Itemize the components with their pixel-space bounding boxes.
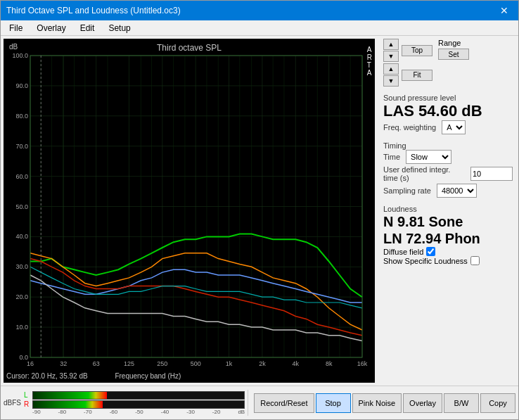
menu-setup[interactable]: Setup: [103, 22, 136, 34]
title-bar: Third Octave SPL and Loudness (Untitled.…: [1, 1, 518, 20]
loudness-section: Loudness N 9.81 Sone LN 72.94 Phon Diffu…: [383, 202, 513, 265]
diffuse-field-row: Diffuse field: [383, 247, 513, 256]
main-window: Third Octave SPL and Loudness (Untitled.…: [0, 0, 519, 420]
spl-value: LAS 54.60 dB: [383, 102, 513, 120]
meter-scale: -90-80-70-60-50-40-30-20dB: [24, 409, 245, 415]
freq-band-label: Frequency band (Hz): [115, 372, 181, 380]
meter-section: L R -90-80-70-60-50-40-30-20dB: [24, 391, 245, 415]
nav-controls: ▲ ▼ Top ▲ ▼ Fit Range: [383, 39, 513, 87]
show-specific-checkbox[interactable]: [470, 256, 480, 265]
loudness-section-label: Loudness: [383, 205, 513, 213]
menu-overlay[interactable]: Overlay: [31, 22, 71, 34]
time-row: Time Slow Fast Impulse: [383, 150, 513, 164]
menu-edit[interactable]: Edit: [75, 22, 101, 34]
dbfs-label: dBFS: [4, 399, 21, 407]
pink-noise-button[interactable]: Pink Noise: [352, 393, 402, 413]
bottom-buttons: Record/Reset Stop Pink Noise Overlay B/W…: [254, 393, 515, 413]
set-button[interactable]: Set: [438, 49, 469, 60]
user-defined-row: User defined integr. time (s): [383, 165, 513, 182]
menu-file[interactable]: File: [4, 22, 28, 34]
top-up-button[interactable]: ▲: [383, 39, 399, 50]
sampling-rate-select[interactable]: 48000 44100: [437, 184, 477, 198]
freq-weighting-row: Freq. weighting A C Z: [383, 120, 513, 134]
bottom-bar: dBFS L R -90-80-70-60-50-40-30-20dB Reco…: [1, 386, 518, 419]
chart-canvas: [4, 39, 375, 383]
chart-title: Third octave SPL: [157, 43, 222, 53]
n-value: N 9.81 Sone: [383, 213, 513, 230]
top-button[interactable]: Top: [402, 45, 432, 56]
show-specific-row: Show Specific Loudness: [383, 256, 513, 265]
bw-button[interactable]: B/W: [444, 393, 479, 413]
spl-section-label: Sound pressure level: [383, 94, 513, 102]
stop-button[interactable]: Stop: [316, 393, 351, 413]
show-specific-label: Show Specific Loudness: [383, 257, 468, 265]
cursor-label: Cursor: 20.0 Hz, 35.92 dB: [6, 372, 88, 380]
time-select[interactable]: Slow Fast Impulse: [406, 150, 451, 164]
menu-bar: File Overlay Edit Setup: [1, 20, 518, 36]
fit-up-button[interactable]: ▲: [383, 63, 399, 75]
main-content: Third octave SPL ARTA dB Cursor: 20.0 Hz…: [1, 36, 518, 386]
arta-label: ARTA: [367, 46, 372, 77]
l-channel-label: L: [24, 391, 31, 399]
diffuse-field-checkbox[interactable]: [426, 247, 435, 256]
fit-button[interactable]: Fit: [402, 70, 432, 81]
timing-section: Timing Time Slow Fast Impulse User defin…: [383, 139, 513, 199]
freq-weighting-select[interactable]: A C Z: [442, 120, 466, 134]
range-label: Range: [438, 39, 461, 47]
user-defined-input[interactable]: [470, 167, 513, 181]
time-label: Time: [383, 153, 400, 161]
chart-area: Third octave SPL ARTA dB Cursor: 20.0 Hz…: [4, 39, 375, 383]
spl-section: Sound pressure level LAS 54.60 dB Freq. …: [383, 91, 513, 136]
record-reset-button[interactable]: Record/Reset: [254, 393, 314, 413]
close-button[interactable]: ✕: [496, 4, 513, 18]
db-label: dB: [9, 43, 18, 51]
range-set-group: Range Set: [438, 39, 469, 87]
sampling-rate-row: Sampling rate 48000 44100: [383, 184, 513, 198]
overlay-button[interactable]: Overlay: [403, 393, 442, 413]
timing-section-label: Timing: [383, 141, 513, 150]
r-meter-bar: [32, 400, 245, 409]
top-down-button[interactable]: ▼: [383, 51, 399, 62]
r-channel-label: R: [24, 400, 31, 408]
copy-button[interactable]: Copy: [480, 393, 515, 413]
sampling-rate-label: Sampling rate: [383, 186, 431, 195]
window-title: Third Octave SPL and Loudness (Untitled.…: [6, 6, 181, 15]
freq-weighting-label: Freq. weighting: [383, 123, 436, 132]
ln-value: LN 72.94 Phon: [383, 230, 513, 247]
right-panel: ▲ ▼ Top ▲ ▼ Fit Range: [378, 36, 518, 386]
l-meter-bar: [32, 391, 245, 400]
fit-down-button[interactable]: ▼: [383, 75, 399, 87]
user-defined-label: User defined integr. time (s): [383, 165, 465, 182]
top-fit-group: ▲ ▼ Top ▲ ▼ Fit: [383, 39, 432, 87]
diffuse-field-label: Diffuse field: [383, 248, 423, 256]
bottom-divider: [248, 390, 248, 416]
